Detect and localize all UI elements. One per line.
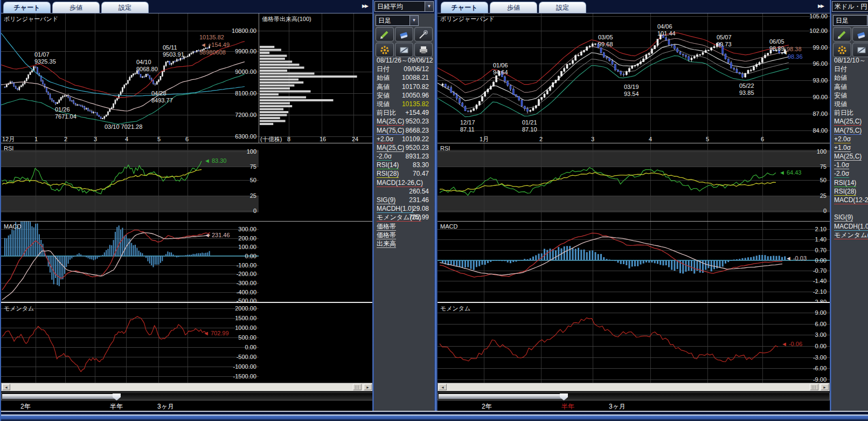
gear-button[interactable] [376, 43, 394, 57]
indicator-value: 10109.22 [402, 135, 429, 143]
indicator-label[interactable]: SIG(9) [377, 196, 395, 204]
indicator-label[interactable]: -2.0σ [377, 153, 392, 161]
right-range-slider-thumb[interactable] [560, 394, 568, 401]
indicator-label[interactable]: -1.0σ [834, 161, 849, 169]
svg-text:100.00: 100.00 [238, 244, 256, 250]
indicator-label[interactable]: MA(25,C) [377, 144, 404, 152]
left-momentum-panel[interactable]: 2000.001500.001000.00500.000.00-500.00-1… [1, 303, 259, 383]
right-scroll-left-icon[interactable]: ◄ [439, 384, 447, 390]
svg-text:-300.00: -300.00 [237, 280, 256, 286]
range-label-3[interactable]: 3ヶ月 [157, 402, 174, 411]
svg-text:0.00: 0.00 [815, 257, 827, 264]
left-range-slider-thumb[interactable] [113, 394, 121, 401]
indicator-row: 日付09/06/12 [377, 65, 432, 74]
right-scrollbar-grip[interactable] [810, 384, 818, 390]
indicator-row: 始値 [834, 74, 868, 82]
screen-button[interactable] [852, 43, 868, 57]
indicator-label[interactable]: 価格帯 [377, 223, 396, 231]
right-symbol-select[interactable]: 米ドル・円 ▼ [832, 1, 868, 12]
indicator-label[interactable]: MA(75,C) [834, 127, 862, 135]
left-bollinger-chart[interactable]: 10800.009900.009000.008100.007200.006300… [1, 13, 259, 143]
indicator-label[interactable]: MACD(12-26,C) [377, 179, 423, 187]
indicator-label[interactable]: SIG(9) [834, 213, 853, 222]
indicator-label[interactable]: -2.0σ [834, 170, 849, 178]
left-expand-icon[interactable]: ▶▶ [362, 3, 367, 9]
left-macd-panel[interactable]: 300.00200.00100.000.00-100.00-200.00-300… [1, 222, 259, 303]
pane-divider[interactable] [434, 0, 438, 411]
left-horizontal-scrollbar[interactable]: ◄ ► [1, 383, 373, 391]
chevron-down-icon[interactable]: ▼ [425, 2, 433, 11]
right-period-select[interactable]: 日足 ▼ [833, 15, 868, 26]
indicator-row: 前日比 [834, 109, 868, 118]
right-horizontal-scrollbar[interactable]: ◄ ► [438, 383, 830, 391]
range-label-2[interactable]: 半年 [110, 402, 123, 411]
indicator-label[interactable]: RSI(14) [377, 161, 399, 169]
svg-text:-3.00: -3.00 [813, 354, 827, 361]
right-momentum-panel[interactable]: 9.006.003.000.00-3.00-6.00-9.00モメンタム◄ -0… [438, 303, 830, 383]
left-volume-profile-chart[interactable]: (十億株)81624価格帯出来高(100) [259, 13, 372, 143]
indicator-label[interactable]: +2.0σ [377, 135, 393, 143]
left-range-slider[interactable] [1, 392, 373, 401]
svg-text:6300.00: 6300.00 [235, 133, 256, 140]
eraser-button[interactable] [395, 27, 413, 42]
trendline-button[interactable] [414, 27, 433, 42]
right-scroll-right-icon[interactable]: ► [821, 384, 829, 390]
left-symbol-select[interactable]: 日経平均 ▼ [374, 1, 434, 12]
left-scroll-left-icon[interactable]: ◄ [2, 384, 10, 390]
indicator-label[interactable]: +1.0σ [834, 144, 851, 152]
indicator-label[interactable]: RSI(14) [834, 179, 856, 187]
range-label-1[interactable]: 2年 [20, 402, 31, 411]
right-bollinger-chart[interactable]: 105.00102.0099.0096.0093.0090.0087.0084.… [438, 13, 830, 143]
left-tab-settings[interactable]: 設定 [101, 2, 149, 13]
right-tab-price-board[interactable]: 歩値 [490, 2, 537, 13]
svg-text:-400.00: -400.00 [237, 289, 256, 295]
indicator-label[interactable]: MA(75,C) [377, 127, 404, 135]
indicator-label[interactable]: +2.0σ [834, 135, 851, 143]
range-label-1[interactable]: 2年 [482, 402, 492, 411]
right-tab-chart[interactable]: チャート [441, 2, 488, 13]
svg-text:84.00: 84.00 [813, 127, 828, 134]
indicator-label[interactable]: MACDH(1.0) [834, 223, 868, 231]
screen-button[interactable] [395, 43, 413, 57]
indicator-label[interactable]: MA(25,C) [377, 118, 404, 126]
eraser-button[interactable] [852, 27, 868, 42]
indicator-label[interactable]: MA(25,C) [834, 153, 862, 161]
svg-text:100: 100 [247, 148, 256, 155]
indicator-label[interactable]: 出来高 [377, 240, 396, 248]
right-range-slider[interactable] [438, 392, 830, 401]
printer-button[interactable] [414, 43, 433, 57]
svg-text:-2.10: -2.10 [813, 288, 827, 295]
chevron-down-icon[interactable]: ▼ [409, 16, 418, 25]
left-scrollbar-grip[interactable] [353, 384, 362, 390]
indicator-label: 高値 [834, 83, 847, 91]
right-macd-panel[interactable]: 2.101.400.700.00-0.70-1.40-2.10-2.80MACD… [438, 222, 830, 303]
range-label-2[interactable]: 半年 [561, 402, 574, 411]
svg-text:3: 3 [591, 136, 594, 142]
indicator-row: 始値10088.21 [377, 74, 432, 82]
svg-text:7200.00: 7200.00 [235, 112, 256, 118]
left-tab-price-board[interactable]: 歩値 [52, 2, 100, 13]
right-tab-settings[interactable]: 設定 [539, 2, 586, 13]
right-rsi-panel[interactable]: 1007550250RSI◄ 64.43 [438, 143, 830, 222]
indicator-label: 現値 [834, 100, 847, 108]
left-rsi-panel[interactable]: 1007550250RSI◄ 83.30 [1, 143, 259, 222]
indicator-label[interactable]: MACDH(1.0) [377, 205, 414, 213]
range-label-3[interactable]: 3ヶ月 [609, 402, 626, 411]
right-expand-icon[interactable]: ▶▶ [818, 3, 823, 9]
pencil-button[interactable] [376, 27, 394, 42]
left-scroll-right-icon[interactable]: ► [364, 384, 372, 390]
indicator-label[interactable]: RSI(28) [377, 170, 399, 178]
indicator-row: 前日比+154.49 [377, 109, 432, 118]
indicator-label[interactable]: RSI(28) [834, 188, 856, 196]
pencil-button[interactable] [833, 27, 851, 42]
svg-text:9900.00: 9900.00 [235, 48, 256, 54]
indicator-label[interactable]: モメンタム(25) [834, 231, 868, 239]
left-tab-chart[interactable]: チャート [3, 2, 51, 13]
indicator-label[interactable]: MA(25,C) [834, 118, 862, 126]
left-period-select[interactable]: 日足 ▼ [376, 15, 419, 26]
indicator-row: MA(75,C) [834, 127, 868, 135]
indicator-label[interactable]: 価格帯 [377, 231, 396, 239]
indicator-label[interactable]: MACD(12-26,C) [834, 196, 868, 204]
gear-button[interactable] [833, 43, 851, 57]
svg-text:0.00: 0.00 [245, 344, 256, 350]
